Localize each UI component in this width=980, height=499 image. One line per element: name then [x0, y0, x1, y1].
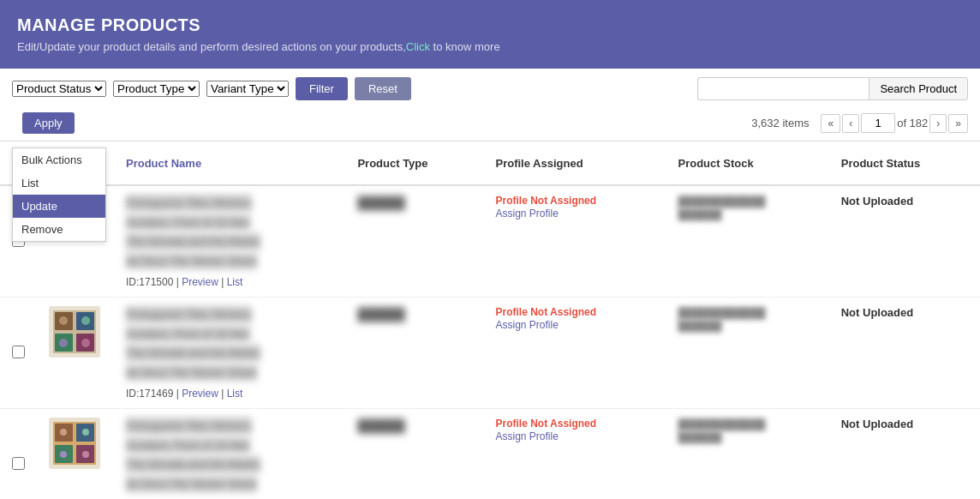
- row1-profile-not-assigned: Profile Not Assigned: [496, 195, 654, 207]
- reset-button[interactable]: Reset: [355, 77, 411, 100]
- svg-point-16: [60, 451, 67, 458]
- row2-profile-not-assigned: Profile Not Assigned: [496, 306, 654, 318]
- table-row: Portuguese Tiles Stickers Azulejos, Pack…: [0, 298, 980, 409]
- svg-point-5: [59, 316, 68, 325]
- row1-name-blurred3: The Almada and the Madre: [126, 233, 260, 250]
- row3-check: [0, 409, 37, 500]
- col-header-name: Product Name: [114, 141, 345, 185]
- row2-status: Not Uploaded: [829, 298, 980, 409]
- row2-name-blurred3: The Almada and the Madre: [126, 345, 260, 362]
- row2-name-block: Portuguese Tiles Stickers Azulejos, Pack…: [126, 306, 314, 400]
- row1-profile: Profile Not Assigned Assign Profile: [484, 185, 666, 298]
- row1-name-block: Portuguese Tiles Stickers Azulejos, Pack…: [126, 195, 314, 288]
- ba-item-bulk-actions[interactable]: Bulk Actions: [13, 148, 105, 171]
- row2-name-blurred4: de Deus Tile Sticker Sheet: [126, 364, 257, 382]
- product-status-select[interactable]: Product Status: [12, 81, 106, 97]
- row1-status-text: Not Uploaded: [841, 195, 914, 207]
- pagination-area: 3,632 items « ‹ of 182 › »: [751, 113, 968, 133]
- table-header-row: Product Image Product Name Product Type …: [0, 141, 980, 185]
- row2-assign-profile-link[interactable]: Assign Profile: [496, 319, 559, 331]
- row2-list-link[interactable]: List: [227, 388, 243, 400]
- row2-profile: Profile Not Assigned Assign Profile: [484, 298, 666, 409]
- row1-meta: ID:171500 | Preview | List: [126, 276, 314, 288]
- ba-item-update[interactable]: Update: [13, 195, 105, 218]
- filter-button[interactable]: Filter: [296, 77, 348, 100]
- actions-toolbar: Bulk Actions List Update Remove Bulk Act…: [0, 105, 980, 141]
- col-header-type: Product Type: [345, 141, 483, 185]
- row2-status-text: Not Uploaded: [841, 306, 914, 319]
- row2-product-image: [49, 306, 100, 358]
- page-title: MANAGE PRODUCTS: [17, 15, 963, 35]
- col-header-stock: Product Stock: [666, 141, 828, 185]
- table-row: Portuguese Tiles Stickers Azulejos, Pack…: [0, 185, 980, 298]
- variant-type-select[interactable]: Variant Type: [206, 81, 289, 97]
- row2-name-blurred: Portuguese Tiles Stickers: [126, 306, 252, 323]
- pagination-first[interactable]: «: [821, 114, 840, 133]
- row2-stock-blurred2: ██████: [678, 320, 721, 332]
- pagination: « ‹ of 182 › »: [821, 113, 968, 133]
- row3-type-blurred: ██████: [357, 418, 404, 435]
- row3-product-image: [49, 418, 100, 469]
- row3-stock-blurred2: ██████: [678, 431, 721, 443]
- row3-profile-not-assigned: Profile Not Assigned: [496, 418, 654, 430]
- row1-type-blurred: ██████: [357, 195, 404, 212]
- svg-point-17: [82, 451, 89, 458]
- items-count: 3,632 items: [751, 117, 809, 129]
- svg-point-8: [81, 339, 90, 347]
- ba-item-list[interactable]: List: [13, 171, 105, 195]
- row2-type-blurred: ██████: [357, 306, 404, 323]
- row3-assign-profile-link[interactable]: Assign Profile: [496, 430, 559, 442]
- col-header-status: Product Status: [829, 141, 980, 185]
- subtitle-text: Edit/Update your product details and per…: [17, 40, 406, 53]
- pagination-prev[interactable]: ‹: [842, 114, 859, 133]
- row2-preview-link[interactable]: Preview: [182, 388, 218, 400]
- products-table: Product Image Product Name Product Type …: [0, 141, 980, 499]
- row2-checkbox[interactable]: [12, 346, 25, 358]
- row1-list-link[interactable]: List: [227, 276, 243, 288]
- click-link[interactable]: Click: [406, 40, 430, 53]
- pagination-last[interactable]: »: [948, 114, 968, 133]
- row2-check: [0, 298, 37, 409]
- row1-status: Not Uploaded: [829, 185, 980, 298]
- apply-button[interactable]: Apply: [22, 112, 75, 134]
- filter-toolbar: Product Status Product Type Variant Type…: [0, 69, 980, 105]
- row3-name-blurred2: Azulejos, Pack of 16 tiles: [126, 437, 250, 454]
- row2-name: Portuguese Tiles Stickers Azulejos, Pack…: [114, 298, 345, 409]
- svg-point-15: [82, 429, 89, 436]
- row2-stock: ████████████ ██████: [666, 298, 828, 409]
- row2-meta: ID:171469 | Preview | List: [126, 388, 314, 400]
- svg-point-7: [59, 339, 68, 347]
- row3-name-blurred4: de Deus Tile Sticker Sheet: [126, 476, 257, 493]
- row1-id: ID:171500: [126, 276, 173, 288]
- search-area: Search Product: [697, 77, 968, 100]
- row3-profile: Profile Not Assigned Assign Profile: [484, 409, 666, 500]
- svg-point-6: [81, 316, 90, 325]
- page-header: MANAGE PRODUCTS Edit/Update your product…: [0, 0, 980, 69]
- row3-type: ██████: [345, 409, 483, 500]
- row1-name-blurred4: de Deus Tile Sticker Sheet: [126, 253, 257, 270]
- pagination-next[interactable]: ›: [929, 114, 947, 133]
- row3-checkbox[interactable]: [12, 457, 25, 470]
- pagination-input[interactable]: [861, 113, 895, 133]
- page-subtitle: Edit/Update your product details and per…: [17, 40, 963, 53]
- row3-image: [37, 409, 114, 500]
- row3-status: Not Uploaded: [829, 409, 980, 500]
- row1-stock: ████████████ ██████: [666, 185, 828, 298]
- row1-name: Portuguese Tiles Stickers Azulejos, Pack…: [114, 185, 345, 298]
- search-box: Search Product: [697, 77, 968, 100]
- row3-name-blurred: Portuguese Tiles Stickers: [126, 418, 252, 435]
- row1-stock-blurred: ████████████: [678, 195, 765, 207]
- row1-name-blurred2: Azulejos, Pack of 16 tiles: [126, 214, 250, 231]
- bulk-actions-dropdown: Bulk Actions List Update Remove: [12, 147, 106, 242]
- search-input[interactable]: [697, 77, 869, 100]
- ba-item-remove[interactable]: Remove: [13, 218, 105, 241]
- bulk-actions-area: Bulk Actions List Update Remove Bulk Act…: [12, 112, 75, 134]
- product-type-select[interactable]: Product Type: [113, 81, 200, 97]
- row1-assign-profile-link[interactable]: Assign Profile: [496, 207, 559, 219]
- search-button[interactable]: Search Product: [869, 77, 968, 100]
- row2-name-blurred2: Azulejos, Pack of 16 tiles: [126, 326, 250, 343]
- row1-name-blurred: Portuguese Tiles Stickers: [126, 195, 252, 212]
- row1-stock-blurred2: ██████: [678, 208, 721, 220]
- row3-name-blurred3: The Almada and the Madre: [126, 456, 260, 473]
- row1-preview-link[interactable]: Preview: [182, 276, 218, 288]
